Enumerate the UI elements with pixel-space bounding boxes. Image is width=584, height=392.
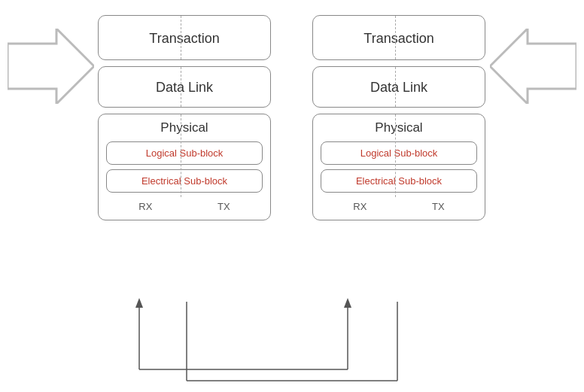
svg-marker-6: [344, 298, 351, 308]
right-tx-label: TX: [432, 201, 445, 212]
svg-marker-3: [135, 298, 143, 308]
right-transaction-label: Transaction: [363, 31, 433, 46]
left-rx-label: RX: [138, 201, 152, 212]
right-physical-box: Physical Logical Sub-block Electrical Su…: [312, 114, 485, 220]
bottom-arrows-svg: [0, 294, 584, 392]
right-rx-label: RX: [353, 201, 367, 212]
right-electrical-subblock: Electrical Sub-block: [321, 169, 477, 193]
left-transaction-box: Transaction: [98, 15, 271, 60]
left-physical-label: Physical: [106, 120, 263, 135]
left-datalink-box: Data Link: [98, 66, 271, 108]
right-logical-subblock: Logical Sub-block: [321, 141, 477, 165]
right-transaction-box: Transaction: [312, 15, 485, 60]
right-stack: Transaction Data Link Physical Logical S…: [312, 15, 485, 220]
svg-marker-0: [8, 29, 94, 104]
right-datalink-box: Data Link: [312, 66, 485, 108]
right-arrow-icon: [490, 29, 576, 104]
left-physical-box: Physical Logical Sub-block Electrical Su…: [98, 114, 271, 220]
left-tx-label: TX: [217, 201, 230, 212]
left-stack: Transaction Data Link Physical Logical S…: [98, 15, 271, 220]
left-datalink-label: Data Link: [156, 80, 213, 95]
svg-marker-1: [490, 29, 576, 104]
left-arrow-icon: [8, 29, 94, 104]
right-datalink-label: Data Link: [370, 80, 427, 95]
left-electrical-subblock: Electrical Sub-block: [106, 169, 263, 193]
left-transaction-label: Transaction: [149, 31, 219, 46]
left-logical-subblock: Logical Sub-block: [106, 141, 263, 165]
right-physical-label: Physical: [321, 120, 477, 135]
diagram-container: Transaction Data Link Physical Logical S…: [0, 0, 584, 392]
